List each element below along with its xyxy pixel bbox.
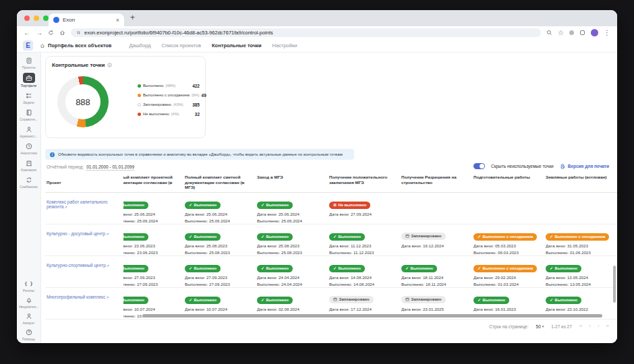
sidebar-item[interactable]: Аналитика [17, 142, 40, 155]
extensions-icon[interactable] [579, 30, 585, 36]
sidebar-item[interactable]: Снабжение [17, 175, 40, 189]
legend-label: Выполнено с опозданием [143, 93, 190, 97]
app-tab[interactable]: Дашборд [129, 42, 150, 49]
info-icon[interactable] [107, 63, 112, 67]
horizontal-scrollbar[interactable] [142, 314, 602, 317]
milestone-column-header: Заход в МГЭ [252, 175, 324, 190]
sidebar-item[interactable]: Портфели [17, 73, 40, 88]
sidebar-item[interactable]: { }Релизы [17, 279, 40, 293]
milestone-date: Дата вехи: 23.06.2023 [123, 243, 174, 249]
control-points-card: Контрольные точки 888 Выполнено(48%)422В… [45, 56, 206, 138]
completed-date: Выполнено: 25.08.2023 [185, 250, 246, 255]
tab-close-icon[interactable]: × [116, 17, 119, 24]
milestone-cell: ✓Выполнено с опозданиемДата вехи: 05.03.… [468, 224, 540, 255]
milestone-date: Дата вехи: 05.03.2023 [473, 243, 535, 249]
status-badge: ✓Выполнено с опозданием [546, 233, 609, 241]
status-badge: ✓Выполнено [123, 233, 148, 241]
completed-date: Выполнено: 13.05.2024 [546, 282, 607, 287]
milestone-date: Дата вехи: 29.02.2024 [473, 275, 535, 280]
reload-icon[interactable] [48, 30, 54, 36]
sidebar-item[interactable]: Админист... [17, 125, 40, 138]
home-icon[interactable] [59, 30, 65, 36]
last-page-icon[interactable]: » [606, 324, 609, 329]
tasks-icon [23, 91, 35, 100]
print-version-button[interactable]: Версия для печати [560, 164, 609, 169]
external-link-icon: ↗ [64, 205, 67, 209]
legend-count: 422 [192, 84, 200, 88]
sidebar-item-label: Релизы [23, 289, 34, 293]
project-link[interactable]: Культурно - досуговый центр↗ [47, 231, 109, 236]
sidebar-item[interactable]: Уведомлен... [17, 295, 40, 309]
sidebar-item[interactable]: Задачи [17, 91, 40, 104]
project-link[interactable]: Многопрофильный комплекс↗ [47, 295, 109, 299]
tab-favicon-icon [53, 17, 59, 23]
next-page-icon[interactable]: › [598, 324, 600, 329]
check-icon: ✓ [333, 266, 337, 270]
milestone-column-header: Получение положительного заключения МГЭ [324, 175, 396, 190]
vertical-scrollbar[interactable] [613, 266, 616, 303]
address-bar[interactable]: exon.exonproject.ru/portfolio/6f9407b0-f… [71, 28, 541, 37]
donut-chart: 888 [57, 76, 109, 127]
milestone-date: Дата вехи: 25.06.2024 [123, 212, 174, 217]
milestone-cell [540, 193, 612, 224]
close-window-button[interactable] [24, 16, 30, 21]
minimize-window-button[interactable] [34, 16, 39, 21]
project-link[interactable]: Комплекс работ капитального ремонта↗ [47, 200, 123, 209]
check-icon: ✓ [550, 298, 553, 302]
prev-page-icon[interactable]: ‹ [589, 324, 591, 329]
help-icon [23, 328, 35, 336]
browser-tab-strip: Exon × + [17, 10, 617, 26]
milestone-cell: ✓ВыполненоДата вехи: 25.08.2023Выполнено… [252, 224, 324, 255]
hide-unused-toggle[interactable] [473, 163, 485, 169]
app-tab[interactable]: Настройки [272, 42, 297, 49]
milestone-date: Дата вехи: 25.06.2024 [185, 212, 246, 217]
forward-icon[interactable]: → [36, 30, 42, 36]
status-badge: ✓Выполнено с опозданием [473, 265, 537, 272]
check-icon: ✓ [261, 235, 264, 239]
app-tabs: ДашбордСписок проектовКонтрольные точкиН… [129, 42, 297, 49]
browser-menu-icon[interactable]: ⋮ [604, 30, 610, 36]
sidebar-item[interactable]: Проекты [17, 56, 40, 69]
legend-label: Выполнено [143, 84, 164, 88]
sidebar-item[interactable]: Справочн... [17, 108, 40, 121]
legend-dot-icon [138, 113, 141, 116]
milestone-cell: ⊘Не выполненоДата вехи: 27.09.2024 [324, 193, 396, 224]
bookmark-star-icon[interactable]: ☆ [558, 30, 564, 36]
browser-toolbar: ← → exon.exonproject.ru/portfolio/6f9407… [17, 26, 617, 39]
browser-tab[interactable]: Exon × [49, 13, 124, 26]
status-badge: ✓Выполнено с опозданием [473, 233, 537, 241]
search-icon[interactable] [546, 30, 552, 36]
extension-icon[interactable] [569, 30, 574, 35]
period-value[interactable]: 01.01.2000 - 01.01.2099 [86, 164, 134, 171]
legend-percent: (43%) [173, 102, 183, 107]
sidebar-item[interactable]: Помощь [17, 328, 40, 341]
app-tab[interactable]: Список проектов [162, 42, 201, 49]
rows-per-page-select[interactable]: 50 ▾ [536, 324, 544, 329]
app-tab[interactable]: Контрольные точки [212, 42, 262, 49]
zoom-window-button[interactable] [43, 16, 49, 21]
briefcase-icon [23, 73, 35, 83]
pagination-footer: Строк на странице: 50 ▾ 1-27 из 27 « ‹ ›… [489, 324, 609, 329]
milestone-cell: ✓Выполнено с опозданиемДата вехи: 31.05.… [540, 224, 612, 255]
card-title: Контрольные точки [52, 62, 105, 68]
milestone-cell: ✓ВыполненоДата вехи: 13.05.2024Выполнено… [540, 256, 612, 287]
first-page-icon[interactable]: « [579, 324, 582, 329]
sidebar-item[interactable]: Аккаунт [17, 311, 40, 325]
url-text: exon.exonproject.ru/portfolio/6f9407b0-f… [84, 30, 273, 36]
profile-avatar[interactable] [591, 29, 598, 36]
completed-date: Выполнено: 24.04.2024 [257, 282, 318, 287]
milestone-date: Дата вехи: 11.12.2023 [329, 243, 391, 249]
completed-date: Выполнено: 11.12.2023 [329, 250, 391, 255]
portfolio-selector[interactable]: Портфель всех объектов [40, 42, 111, 49]
banner-text: Обновите видимость контрольных точек в с… [58, 152, 343, 156]
book-icon [23, 108, 35, 117]
sidebar-item[interactable]: Компания [17, 158, 40, 172]
back-icon[interactable]: ← [24, 30, 30, 36]
legend-label: Запланировано [143, 102, 171, 107]
site-info-icon[interactable] [76, 30, 81, 35]
app-logo[interactable]: E [23, 40, 33, 51]
legend-label: Не выполнено [143, 112, 169, 116]
building-icon [23, 158, 35, 167]
project-link[interactable]: Культурно-спортивный центр↗ [47, 263, 109, 268]
new-tab-button[interactable]: + [130, 13, 135, 22]
